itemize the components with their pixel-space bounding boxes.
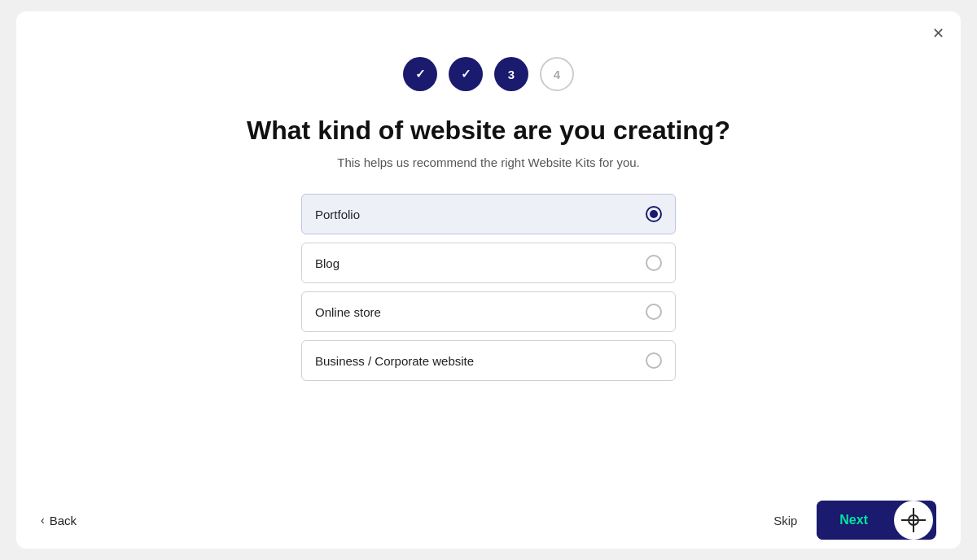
- next-button[interactable]: Next: [817, 501, 891, 540]
- back-button[interactable]: ‹ Back: [41, 514, 77, 527]
- skip-button[interactable]: Skip: [754, 514, 817, 527]
- crosshair-icon: [901, 508, 926, 532]
- skip-label: Skip: [773, 514, 797, 527]
- radio-blog: [646, 255, 662, 271]
- step-3: 3: [494, 57, 528, 91]
- stepper: ✓ ✓ 3 4: [403, 57, 574, 91]
- page-title: What kind of website are you creating?: [247, 116, 730, 146]
- step-2: ✓: [449, 57, 483, 91]
- option-online-store-label: Online store: [315, 305, 381, 319]
- step-4: 4: [540, 57, 574, 91]
- option-portfolio[interactable]: Portfolio: [301, 194, 676, 234]
- footer: ‹ Back Skip Next: [16, 492, 961, 549]
- step-1: ✓: [403, 57, 437, 91]
- option-business-corporate-label: Business / Corporate website: [315, 354, 474, 368]
- radio-business-corporate: [646, 352, 662, 369]
- page-subheading: This helps us recommend the right Websit…: [337, 155, 640, 169]
- back-label: Back: [50, 514, 77, 527]
- wizard-modal: ✕ ✓ ✓ 3 4 What kind of website are you c…: [16, 11, 961, 549]
- option-blog[interactable]: Blog: [301, 243, 676, 283]
- next-button-container: Next: [817, 501, 936, 540]
- option-business-corporate[interactable]: Business / Corporate website: [301, 340, 676, 381]
- right-footer: Skip Next: [754, 501, 936, 540]
- options-list: Portfolio Blog Online store Business / C…: [301, 194, 676, 381]
- back-chevron-icon: ‹: [41, 514, 45, 527]
- next-icon-area: [894, 501, 933, 540]
- crosshair-circle: [908, 514, 919, 526]
- option-online-store[interactable]: Online store: [301, 291, 676, 332]
- option-blog-label: Blog: [315, 256, 340, 270]
- radio-online-store: [646, 304, 662, 320]
- radio-portfolio-inner: [650, 210, 658, 218]
- close-button[interactable]: ✕: [932, 26, 944, 41]
- close-icon: ✕: [932, 25, 944, 42]
- radio-portfolio: [646, 206, 662, 222]
- next-label: Next: [839, 513, 868, 527]
- option-portfolio-label: Portfolio: [315, 208, 360, 221]
